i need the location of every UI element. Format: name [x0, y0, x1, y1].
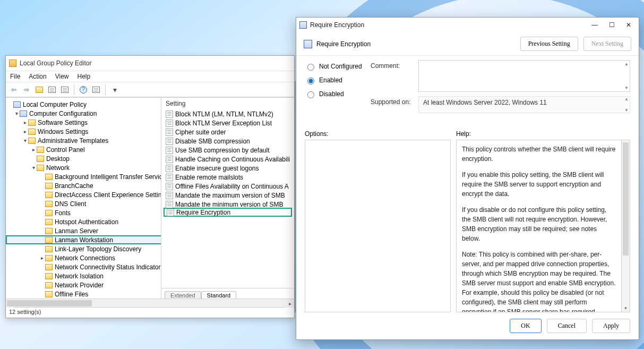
toolbar-up[interactable]: [33, 84, 45, 96]
setting-row[interactable]: Disable SMB compression: [161, 137, 294, 146]
setting-row[interactable]: Block NTLM Server Exception List: [161, 118, 294, 127]
setting-row[interactable]: Block NTLM (LM, NTLM, NTLMv2): [161, 109, 294, 118]
tree-item[interactable]: Offline Files: [55, 291, 88, 298]
scrollbar-thumb[interactable]: [7, 300, 92, 307]
state-radio-group: Not Configured Enabled Disabled: [296, 56, 371, 103]
radio-disabled[interactable]: Disabled: [305, 90, 362, 98]
tree-software-settings[interactable]: Software Settings: [38, 119, 88, 126]
options-box[interactable]: [305, 140, 451, 312]
tree-item[interactable]: Network Isolation: [55, 273, 104, 280]
toolbar-separator: [105, 84, 106, 95]
dialog-subtitle-bar: Require Encryption Previous Setting Next…: [296, 32, 639, 56]
tab-extended[interactable]: Extended: [165, 291, 201, 299]
twisty-icon[interactable]: ▸: [39, 255, 45, 261]
twisty-icon[interactable]: ▾: [13, 110, 20, 116]
setting-require-encryption[interactable]: Require Encryption: [164, 208, 292, 217]
tree-item[interactable]: DirectAccess Client Experience Settings: [55, 191, 161, 199]
folder-icon: [28, 129, 36, 135]
folder-icon: [45, 219, 53, 225]
tab-standard[interactable]: Standard: [201, 291, 237, 299]
setting-row[interactable]: Enable remote mailslots: [161, 173, 294, 182]
dialog-titlebar[interactable]: Require Encryption — ☐ ✕: [296, 18, 639, 32]
scroll-up-icon[interactable]: ▲: [624, 97, 629, 101]
minimize-icon[interactable]: —: [591, 21, 598, 29]
setting-row[interactable]: Handle Caching on Continuous Availabili: [161, 155, 294, 164]
setting-row[interactable]: Offline Files Availability on Continuous…: [161, 182, 294, 191]
scroll-up-icon[interactable]: ▲: [624, 62, 629, 66]
tree-item[interactable]: Network Provider: [55, 282, 104, 289]
twisty-icon[interactable]: ▾: [30, 165, 37, 171]
tree-item[interactable]: BranchCache: [55, 182, 93, 190]
next-setting-button[interactable]: Next Setting: [583, 37, 631, 51]
supported-on-value: At least Windows Server 2022, Windows 11…: [418, 96, 630, 113]
twisty-icon[interactable]: ▸: [22, 120, 28, 125]
close-icon[interactable]: ✕: [625, 21, 632, 29]
scroll-right-icon[interactable]: ▸: [286, 299, 294, 308]
menu-help[interactable]: Help: [78, 73, 91, 80]
tree-windows-settings[interactable]: Windows Settings: [38, 128, 88, 135]
scroll-down-icon[interactable]: ▼: [624, 86, 629, 90]
toolbar-filter[interactable]: ▾: [109, 84, 121, 96]
menu-view[interactable]: View: [55, 73, 69, 80]
tree-admin-templates[interactable]: Administrative Templates: [38, 137, 108, 144]
folder-icon: [37, 147, 44, 153]
tree-item[interactable]: Fonts: [55, 209, 71, 217]
cancel-button[interactable]: Cancel: [547, 319, 587, 333]
toolbar-forward[interactable]: ⇨: [21, 84, 32, 96]
folder-icon: [45, 201, 53, 207]
folder-icon: [45, 246, 53, 252]
twisty-icon[interactable]: ▸: [22, 129, 28, 134]
scroll-down-icon[interactable]: ▼: [624, 108, 629, 113]
previous-setting-button[interactable]: Previous Setting: [520, 37, 578, 51]
tree-item[interactable]: Network Connectivity Status Indicator: [55, 263, 160, 271]
tree-item[interactable]: Network Connections: [55, 254, 115, 262]
settings-list[interactable]: Block NTLM (LM, NTLM, NTLMv2) Block NTLM…: [161, 109, 294, 288]
comment-textarea[interactable]: ▲▼: [418, 60, 630, 92]
tree-desktop[interactable]: Desktop: [46, 155, 70, 163]
nav-tree[interactable]: Local Computer Policy ▾Computer Configur…: [6, 98, 161, 299]
tree-item[interactable]: Background Intelligent Transfer Service: [55, 173, 161, 181]
help-text: If you disable or do not configure this …: [462, 205, 616, 243]
policy-dialog: Require Encryption — ☐ ✕ Require Encrypt…: [296, 17, 639, 340]
help-scrollbar[interactable]: ▲ ▼: [622, 140, 630, 312]
tree-item[interactable]: DNS Client: [55, 200, 86, 208]
toolbar-list[interactable]: [90, 84, 102, 96]
tree-control-panel[interactable]: Control Panel: [46, 146, 85, 154]
settings-header[interactable]: Setting: [161, 98, 294, 109]
toolbar-show-tree[interactable]: [46, 84, 58, 96]
tree-horizontal-scrollbar[interactable]: ◂ ▸: [6, 299, 294, 307]
dialog-title: Require Encryption: [310, 21, 364, 29]
dialog-button-row: OK Cancel Apply: [296, 312, 639, 339]
ok-button[interactable]: OK: [510, 319, 541, 333]
toolbar-help[interactable]: ?: [78, 84, 89, 96]
tree-item[interactable]: Hotspot Authentication: [55, 218, 118, 226]
twisty-icon[interactable]: ▾: [22, 138, 28, 143]
setting-row[interactable]: Enable insecure guest logons: [161, 164, 294, 173]
policy-item-icon: [166, 120, 173, 127]
twisty-icon[interactable]: ▸: [30, 147, 37, 152]
tree-item[interactable]: Link-Layer Topology Discovery: [55, 245, 141, 253]
radio-enabled[interactable]: Enabled: [305, 76, 362, 84]
radio-not-configured[interactable]: Not Configured: [305, 62, 362, 71]
scrollbar-thumb[interactable]: [623, 142, 629, 256]
tree-computer-config[interactable]: Computer Configuration: [29, 110, 97, 117]
scroll-down-icon[interactable]: ▼: [622, 304, 630, 312]
toolbar-back[interactable]: ⇦: [8, 84, 20, 96]
setting-row[interactable]: Mandate the maximum version of SMB: [161, 191, 294, 200]
menu-action[interactable]: Action: [29, 73, 46, 80]
setting-row[interactable]: Cipher suite order: [161, 127, 294, 137]
menu-file[interactable]: File: [10, 73, 20, 80]
toolbar-properties[interactable]: [59, 84, 71, 96]
gpedit-titlebar[interactable]: Local Group Policy Editor: [6, 56, 294, 71]
tree-network[interactable]: Network: [46, 164, 70, 172]
supported-on-label: Supported on:: [371, 96, 418, 106]
tree-lanman-workstation[interactable]: Lanman Workstation: [55, 236, 113, 244]
tree-root[interactable]: Local Computer Policy: [23, 101, 87, 108]
setting-row[interactable]: Mandate the minimum version of SMB: [161, 200, 294, 209]
toolbar-separator: [74, 84, 74, 95]
maximize-icon[interactable]: ☐: [608, 21, 615, 29]
settings-tabs: Extended Standard: [161, 288, 294, 299]
tree-item[interactable]: Lanman Server: [55, 227, 98, 235]
setting-row[interactable]: Use SMB compression by default: [161, 146, 294, 155]
apply-button[interactable]: Apply: [592, 319, 630, 333]
